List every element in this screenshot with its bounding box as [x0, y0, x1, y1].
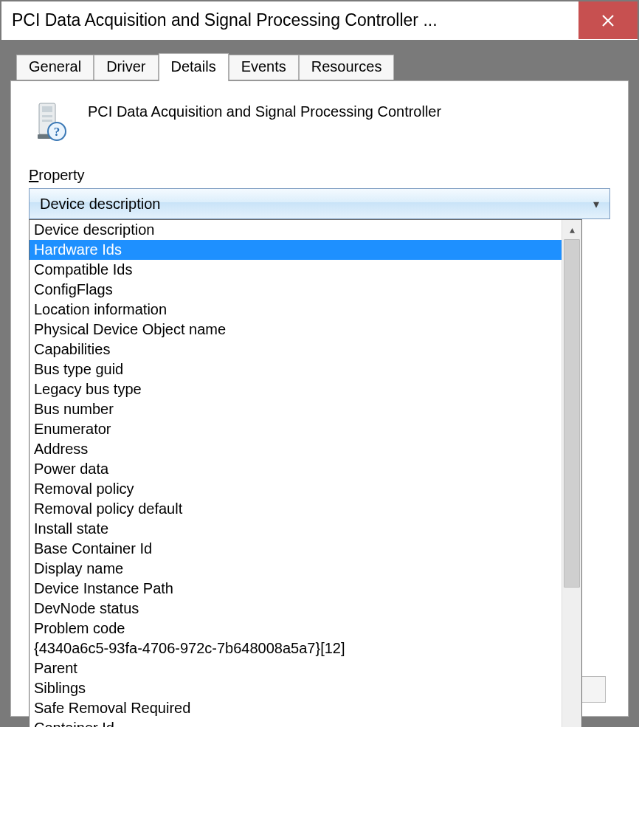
dropdown-item[interactable]: Physical Device Object name [30, 320, 562, 340]
property-dropdown[interactable]: Device descriptionHardware IdsCompatible… [29, 219, 582, 727]
titlebar: PCI Data Acquisition and Signal Processi… [1, 1, 638, 40]
dropdown-item[interactable]: Enumerator [30, 419, 562, 439]
svg-text:?: ? [54, 125, 61, 139]
property-combobox[interactable]: Device description ▾ [29, 188, 610, 219]
dropdown-item[interactable]: Siblings [30, 678, 562, 698]
dropdown-item[interactable]: Device Instance Path [30, 579, 562, 599]
scroll-thumb[interactable] [564, 239, 580, 588]
dropdown-item[interactable]: Base Container Id [30, 539, 562, 559]
dropdown-item[interactable]: Safe Removal Required [30, 698, 562, 718]
client-area: General Driver Details Events Resources [1, 40, 638, 726]
dropdown-item[interactable]: Hardware Ids [30, 240, 562, 260]
dropdown-item[interactable]: Display name [30, 559, 562, 579]
dropdown-item[interactable]: Location information [30, 300, 562, 320]
close-icon [601, 13, 615, 28]
dropdown-item[interactable]: Removal policy [30, 479, 562, 499]
device-name: PCI Data Acquisition and Signal Processi… [88, 100, 441, 120]
dropdown-item[interactable]: ConfigFlags [30, 280, 562, 300]
tab-resources[interactable]: Resources [299, 55, 395, 80]
tab-panel: ? PCI Data Acquisition and Signal Proces… [10, 80, 629, 717]
scroll-up-button[interactable]: ▴ [562, 220, 581, 239]
tab-details[interactable]: Details [159, 53, 229, 81]
dropdown-item[interactable]: Install state [30, 519, 562, 539]
dropdown-item[interactable]: Legacy bus type [30, 379, 562, 399]
dropdown-item[interactable]: Parent [30, 658, 562, 678]
close-button[interactable] [578, 1, 638, 39]
dropdown-item[interactable]: Capabilities [30, 340, 562, 359]
dropdown-item[interactable]: Removal policy default [30, 499, 562, 519]
property-combobox-value: Device description [40, 196, 160, 213]
svg-rect-2 [42, 115, 52, 117]
dropdown-item[interactable]: Device description [30, 220, 562, 240]
window-title: PCI Data Acquisition and Signal Processi… [1, 10, 578, 30]
svg-rect-3 [42, 120, 52, 122]
tab-general[interactable]: General [16, 55, 94, 80]
tab-driver[interactable]: Driver [94, 55, 158, 80]
device-header: ? PCI Data Acquisition and Signal Proces… [29, 100, 610, 142]
dropdown-item[interactable]: {4340a6c5-93fa-4706-972c-7b648008a5a7}[1… [30, 638, 562, 658]
dropdown-item[interactable]: Container Id [30, 718, 562, 727]
scroll-track[interactable] [562, 239, 581, 727]
dropdown-list: Device descriptionHardware IdsCompatible… [30, 220, 562, 727]
properties-window: PCI Data Acquisition and Signal Processi… [0, 0, 639, 727]
dropdown-item[interactable]: DevNode status [30, 599, 562, 619]
dropdown-item[interactable]: Address [30, 439, 562, 459]
dropdown-item[interactable]: Power data [30, 459, 562, 479]
dropdown-item[interactable]: Compatible Ids [30, 260, 562, 280]
svg-rect-1 [42, 106, 52, 112]
dropdown-item[interactable]: Problem code [30, 619, 562, 638]
dropdown-item[interactable]: Bus number [30, 399, 562, 419]
tabstrip: General Driver Details Events Resources [16, 48, 629, 80]
property-label: Property [29, 167, 610, 184]
dropdown-scrollbar[interactable]: ▴ ▾ [562, 220, 581, 727]
dropdown-item[interactable]: Bus type guid [30, 359, 562, 379]
chevron-down-icon: ▾ [593, 197, 599, 211]
device-icon: ? [29, 100, 70, 142]
tab-events[interactable]: Events [229, 55, 299, 80]
